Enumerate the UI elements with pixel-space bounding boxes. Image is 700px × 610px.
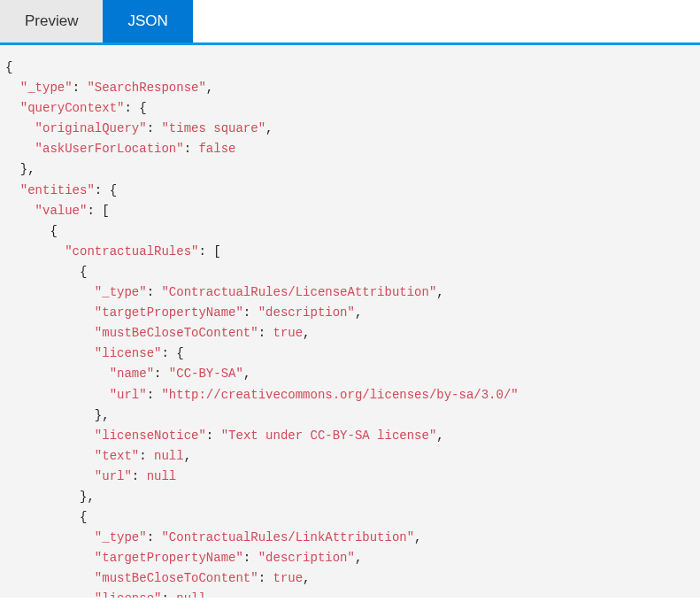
json-viewer: { "_type": "SearchResponse", "queryConte…: [0, 45, 700, 598]
tab-json[interactable]: JSON: [103, 0, 192, 42]
tabs-bar: Preview JSON: [0, 0, 700, 45]
tab-preview[interactable]: Preview: [0, 0, 103, 42]
json-code-block: { "_type": "SearchResponse", "queryConte…: [5, 58, 695, 598]
